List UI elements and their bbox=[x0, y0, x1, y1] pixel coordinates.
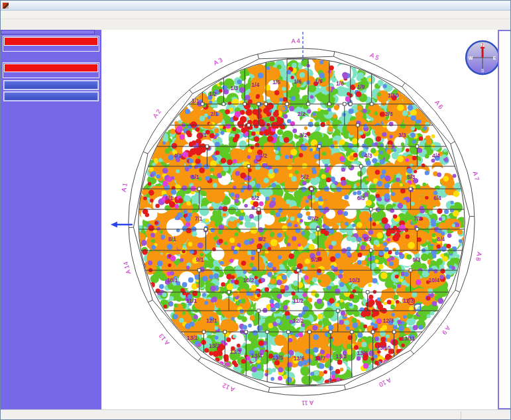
svg-text:1/3: 1/3 bbox=[230, 85, 238, 91]
svg-text:7/2: 7/2 bbox=[311, 215, 319, 222]
legend-panel[interactable] bbox=[498, 30, 510, 409]
svg-text:1/1: 1/1 bbox=[192, 97, 199, 104]
svg-text:A 6: A 6 bbox=[433, 99, 445, 111]
svg-text:A 13: A 13 bbox=[157, 333, 171, 347]
datum-arrow bbox=[111, 222, 133, 228]
svg-text:A 4: A 4 bbox=[291, 37, 300, 44]
svg-text:W: W bbox=[469, 56, 473, 60]
svg-text:2/3: 2/3 bbox=[385, 111, 393, 117]
app-icon bbox=[3, 3, 9, 9]
svg-text:13/10: 13/10 bbox=[376, 344, 390, 351]
svg-text:5/2: 5/2 bbox=[301, 174, 309, 180]
svg-text:A 7: A 7 bbox=[472, 171, 481, 182]
svg-text:3/2: 3/2 bbox=[300, 132, 308, 138]
svg-text:13/8: 13/8 bbox=[336, 353, 347, 360]
svg-text:1/2: 1/2 bbox=[209, 91, 217, 97]
menu-bar bbox=[1, 11, 510, 19]
compass: NESW bbox=[466, 41, 498, 74]
svg-text:13/7: 13/7 bbox=[315, 355, 326, 362]
svg-text:A 3: A 3 bbox=[212, 56, 223, 66]
svg-text:12/1: 12/1 bbox=[206, 317, 217, 324]
svg-text:6/1: 6/1 bbox=[165, 195, 173, 201]
main-content: 1/11/21/31/41/51/61/71/81/91/102/12/22/3… bbox=[1, 30, 510, 409]
status-separator bbox=[461, 411, 461, 419]
svg-text:4/3: 4/3 bbox=[365, 152, 372, 159]
svg-text:4/1: 4/1 bbox=[174, 152, 182, 159]
svg-text:A 14: A 14 bbox=[122, 261, 132, 275]
svg-text:1/9: 1/9 bbox=[357, 83, 365, 90]
svg-text:1/10: 1/10 bbox=[388, 92, 399, 99]
svg-text:7/3: 7/3 bbox=[414, 215, 422, 222]
svg-text:A 5: A 5 bbox=[369, 51, 380, 62]
svg-text:7/1: 7/1 bbox=[195, 215, 203, 222]
svg-text:1/7: 1/7 bbox=[315, 78, 323, 85]
svg-text:13/1: 13/1 bbox=[187, 335, 198, 341]
svg-text:1/4: 1/4 bbox=[251, 81, 259, 88]
svg-text:A 11: A 11 bbox=[302, 399, 314, 407]
svg-text:13/5: 13/5 bbox=[272, 354, 284, 361]
svg-text:A 10: A 10 bbox=[378, 376, 392, 389]
svg-text:10/1: 10/1 bbox=[167, 277, 178, 284]
svg-text:A 2: A 2 bbox=[151, 108, 162, 120]
tank-info-panel bbox=[1, 30, 95, 34]
svg-text:8/4: 8/4 bbox=[437, 236, 445, 242]
view-controls-group bbox=[3, 62, 99, 78]
drawing-attributes-group bbox=[3, 36, 99, 52]
svg-text:8/1: 8/1 bbox=[168, 236, 176, 242]
svg-text:S: S bbox=[481, 68, 484, 73]
svg-text:2/1: 2/1 bbox=[210, 111, 218, 117]
svg-text:3/1: 3/1 bbox=[199, 132, 207, 138]
svg-text:12/3: 12/3 bbox=[383, 317, 394, 324]
svg-text:10/3: 10/3 bbox=[349, 277, 360, 284]
svg-text:A 1: A 1 bbox=[120, 182, 129, 193]
svg-text:12/2: 12/2 bbox=[293, 317, 304, 324]
drawing-attributes-header bbox=[4, 37, 98, 46]
svg-text:8/2: 8/2 bbox=[258, 236, 266, 242]
svg-text:9/1: 9/1 bbox=[196, 256, 204, 263]
svg-text:1/8: 1/8 bbox=[336, 80, 344, 87]
annular-modifier-button[interactable] bbox=[4, 92, 98, 101]
svg-text:2/2: 2/2 bbox=[298, 111, 306, 117]
svg-text:13/3: 13/3 bbox=[230, 348, 241, 355]
svg-text:13/9: 13/9 bbox=[357, 350, 368, 356]
title-bar[interactable] bbox=[1, 1, 510, 11]
tab-strip bbox=[1, 19, 510, 30]
svg-text:3/3: 3/3 bbox=[398, 132, 406, 138]
svg-text:A 8: A 8 bbox=[475, 251, 483, 262]
sidebar bbox=[1, 30, 101, 409]
view-controls-header bbox=[4, 64, 98, 72]
svg-text:A 12: A 12 bbox=[221, 382, 236, 394]
svg-text:1/6: 1/6 bbox=[294, 78, 302, 85]
app-window: 1/11/21/31/41/51/61/71/81/91/102/12/22/3… bbox=[0, 0, 511, 420]
svg-text:9/3: 9/3 bbox=[413, 256, 421, 263]
svg-text:N: N bbox=[481, 43, 484, 48]
svg-text:10/4: 10/4 bbox=[429, 277, 440, 284]
svg-text:5/3: 5/3 bbox=[407, 174, 415, 180]
svg-text:6/3: 6/3 bbox=[357, 195, 365, 201]
svg-text:8/3: 8/3 bbox=[364, 236, 372, 242]
svg-text:5/1: 5/1 bbox=[192, 174, 199, 180]
svg-text:4/2: 4/2 bbox=[259, 152, 267, 159]
svg-text:13/4: 13/4 bbox=[251, 352, 262, 359]
svg-text:6/4: 6/4 bbox=[433, 195, 441, 201]
svg-text:13/6: 13/6 bbox=[294, 355, 305, 362]
svg-text:9/2: 9/2 bbox=[311, 256, 319, 263]
svg-text:13/11: 13/11 bbox=[402, 335, 416, 342]
tank-view-canvas[interactable]: 1/11/21/31/41/51/61/71/81/91/102/12/22/3… bbox=[101, 30, 498, 409]
svg-text:13/2: 13/2 bbox=[209, 342, 220, 349]
svg-text:6/2: 6/2 bbox=[251, 195, 259, 201]
svg-text:1/5: 1/5 bbox=[272, 79, 280, 85]
svg-text:E: E bbox=[493, 56, 496, 60]
svg-text:11/1: 11/1 bbox=[186, 297, 197, 304]
svg-text:4/4: 4/4 bbox=[432, 152, 440, 159]
svg-text:A 9: A 9 bbox=[441, 325, 452, 337]
svg-text:10/2: 10/2 bbox=[243, 277, 255, 284]
status-bar bbox=[1, 409, 510, 420]
tank-drawing[interactable]: 1/11/21/31/41/51/61/71/81/91/102/12/22/3… bbox=[101, 30, 498, 409]
svg-text:11/2: 11/2 bbox=[293, 297, 304, 304]
threshold-controls-button[interactable] bbox=[4, 81, 98, 89]
